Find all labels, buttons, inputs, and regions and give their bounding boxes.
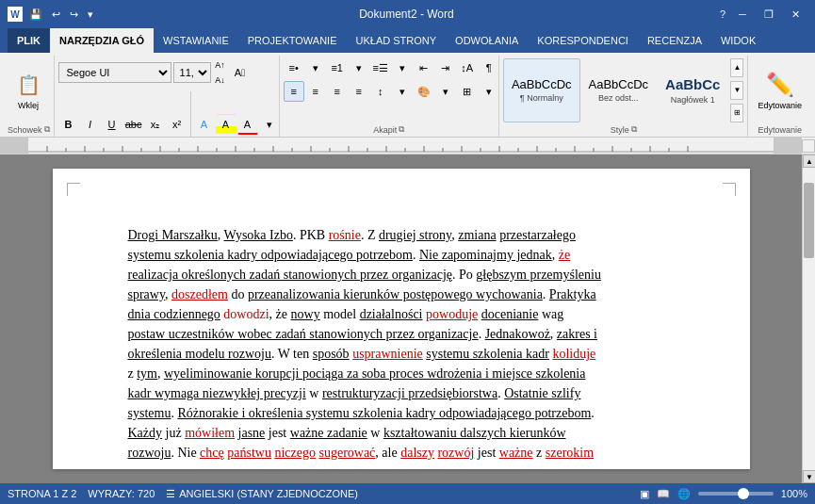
scroll-track[interactable] [803, 168, 815, 470]
numbered-list-arrow[interactable]: ▾ [349, 57, 369, 78]
align-center-btn[interactable]: ≡ [305, 81, 326, 102]
tab-wstawianie[interactable]: WSTAWIANIE [154, 28, 238, 53]
tab-widok[interactable]: WIDOK [711, 28, 765, 53]
title-bar: W 💾 ↩ ↪ ▾ Dokument2 - Word ? ─ ❐ ✕ [0, 0, 815, 28]
strikethrough-btn[interactable]: abc [123, 114, 144, 135]
multilevel-list-arrow[interactable]: ▾ [392, 57, 413, 78]
numbered-list-btn[interactable]: ≡1 [327, 57, 348, 78]
font-color-btn[interactable]: A [237, 114, 258, 135]
styles-scroll-up[interactable]: ▲ [730, 58, 743, 77]
lang-icon: ☰ [166, 488, 175, 500]
font-size-select[interactable]: 11,5 [173, 62, 211, 83]
tab-odwolania[interactable]: ODWOŁANIA [446, 28, 528, 53]
paste-label: Wklej [18, 102, 39, 111]
ruler-corner[interactable] [802, 139, 815, 153]
text-line2: systemu szkolenia kadry odpowiadającego … [128, 248, 571, 262]
scroll-down-btn[interactable]: ▼ [803, 470, 815, 483]
ribbon-group-akapit: ≡• ▾ ≡1 ▾ ≡☰ ▾ ⇤ ⇥ ↕A ¶ ≡ ≡ ≡ ≡ ↕ ▾ 🎨 ▾ … [280, 56, 499, 137]
zoom-thumb[interactable] [738, 488, 749, 499]
edytowanie-label: Edytowanie [758, 102, 802, 111]
style-bez-label: Bez odst... [598, 93, 639, 103]
tab-uklad[interactable]: UKŁAD STRONY [347, 28, 447, 53]
text-line11: Każdy już mówiłem jasne jest ważne zadan… [128, 426, 566, 440]
style-expand-icon[interactable]: ⧉ [631, 124, 637, 135]
line-spacing-btn[interactable]: ↕ [370, 81, 391, 102]
minimize-btn[interactable]: ─ [730, 5, 755, 24]
qat-customize[interactable]: ▾ [85, 7, 96, 23]
increase-indent-btn[interactable]: ⇥ [435, 57, 456, 78]
underline-btn[interactable]: U [102, 114, 122, 135]
style-bez-odstepow[interactable]: AaBbCcDc Bez odst... [580, 58, 658, 122]
align-left-btn[interactable]: ≡ [284, 81, 304, 102]
borders-btn[interactable]: ⊞ [457, 81, 478, 102]
vertical-scrollbar[interactable]: ▲ ▼ [802, 154, 815, 483]
borders-arrow[interactable]: ▾ [479, 81, 499, 102]
subscript-btn[interactable]: x₂ [145, 114, 166, 135]
tab-narzedzia[interactable]: NARZĘDZIA GŁÓ [50, 28, 154, 53]
style-naglowek1[interactable]: AaBbCc Nagłówek 1 [657, 58, 728, 122]
decrease-indent-btn[interactable]: ⇤ [414, 57, 434, 78]
font-size-increase[interactable]: A↑ [213, 57, 228, 73]
window-controls: ? ─ ❐ ✕ [717, 5, 807, 24]
page-info[interactable]: STRONA 1 Z 2 [8, 488, 76, 499]
font-color-arrow[interactable]: ▾ [259, 114, 280, 135]
corner-mark-tl [67, 183, 80, 196]
italic-btn[interactable]: I [80, 114, 101, 135]
line-spacing-arrow[interactable]: ▾ [392, 81, 413, 102]
qat-save[interactable]: 💾 [26, 7, 45, 23]
alignment-row: ≡ ≡ ≡ ≡ ↕ ▾ 🎨 ▾ ⊞ ▾ [284, 81, 499, 102]
style-normalny[interactable]: AaBbCcDc ¶ Normalny [503, 58, 580, 122]
status-left: STRONA 1 Z 2 WYRAZY: 720 ☰ ANGIELSKI (ST… [8, 488, 358, 500]
help-btn[interactable]: ? [717, 7, 728, 22]
scroll-thumb[interactable] [804, 183, 814, 258]
font-size-decrease[interactable]: A↓ [213, 73, 228, 88]
ruler-content[interactable] [28, 138, 774, 154]
zoom-slider[interactable] [698, 492, 774, 496]
scroll-up-btn[interactable]: ▲ [803, 154, 815, 168]
bullet-list-arrow[interactable]: ▾ [305, 57, 326, 78]
language-indicator[interactable]: ☰ ANGIELSKI (STANY ZJEDNOCZONE) [166, 488, 358, 500]
shading-btn[interactable]: 🎨 [414, 81, 434, 102]
align-right-btn[interactable]: ≡ [327, 81, 348, 102]
zoom-level[interactable]: 100% [781, 488, 807, 499]
align-justify-btn[interactable]: ≡ [349, 81, 369, 102]
bold-btn[interactable]: B [58, 114, 79, 135]
view-read-btn[interactable]: 📖 [657, 488, 670, 500]
edytowanie-button[interactable]: ✏️ Edytowanie [752, 58, 807, 122]
document-text[interactable]: Drogi Marszałku, Wysoka Izbo. PKB rośnie… [128, 225, 675, 463]
style-normalny-preview: AaBbCcDc [512, 77, 572, 92]
text-effects-btn[interactable]: A [194, 114, 215, 135]
tab-recenzja[interactable]: RECENZJA [638, 28, 711, 53]
shading-arrow[interactable]: ▾ [435, 81, 456, 102]
akapit-label: Akapit ⧉ [284, 124, 495, 137]
tab-projektowanie[interactable]: PROJEKTOWANIE [238, 28, 347, 53]
view-web-btn[interactable]: 🌐 [677, 488, 691, 500]
superscript-btn[interactable]: x² [167, 114, 187, 135]
qat-undo[interactable]: ↩ [49, 7, 63, 23]
view-print-btn[interactable]: ▣ [640, 488, 649, 500]
qat-redo[interactable]: ↪ [67, 7, 81, 23]
schowek-expand-icon[interactable]: ⧉ [44, 124, 50, 135]
word-count[interactable]: WYRAZY: 720 [88, 488, 155, 499]
show-marks-btn[interactable]: ¶ [479, 57, 499, 78]
styles-list: AaBbCcDc ¶ Normalny AaBbCcDc Bez odst...… [503, 58, 729, 122]
multilevel-list-btn[interactable]: ≡☰ [370, 57, 391, 78]
main-scroll-area: Drogi Marszałku, Wysoka Izbo. PKB rośnie… [0, 154, 815, 483]
bullet-list-btn[interactable]: ≡• [284, 57, 304, 78]
ribbon-group-edytowanie: ✏️ Edytowanie Edytowanie [748, 56, 811, 137]
document-area[interactable]: Drogi Marszałku, Wysoka Izbo. PKB rośnie… [0, 154, 802, 483]
ruler-right-margin [774, 138, 802, 154]
paste-button[interactable]: 📋 Wklej [8, 58, 49, 122]
sort-btn[interactable]: ↕A [457, 57, 478, 78]
tab-plik[interactable]: PLIK [8, 28, 50, 53]
styles-scroll-down[interactable]: ▼ [730, 81, 743, 100]
clear-format-btn[interactable]: A⃝ [230, 62, 251, 83]
restore-btn[interactable]: ❐ [757, 5, 781, 24]
akapit-expand-icon[interactable]: ⧉ [399, 124, 404, 135]
close-btn[interactable]: ✕ [783, 5, 807, 24]
highlight-btn[interactable]: A [216, 114, 236, 135]
styles-more[interactable]: ⊞ [730, 104, 743, 122]
text-line4: sprawy, doszedłem do przeanalizowania ki… [128, 287, 596, 301]
tab-korespondencja[interactable]: KORESPONDENCI [528, 28, 638, 53]
font-family-select[interactable]: Segoe UI [58, 62, 171, 83]
